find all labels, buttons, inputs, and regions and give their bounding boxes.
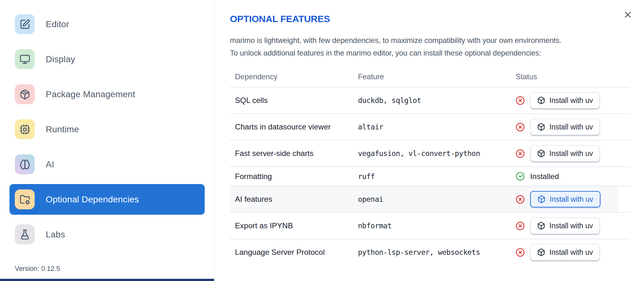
not-installed-icon	[516, 123, 525, 132]
table-row-export-ipynb: Export as IPYNB nbformat Install with uv	[230, 212, 630, 239]
box-icon	[537, 222, 545, 230]
install-with-uv-button[interactable]: Install with uv	[530, 218, 600, 234]
box-icon	[537, 149, 545, 158]
feature-packages: duckdb, sqlglot	[358, 96, 516, 105]
feature-packages: altair	[358, 123, 516, 131]
monitor-icon	[15, 49, 35, 69]
box-icon	[537, 123, 545, 131]
settings-nav: Editor Display Package Management Runtim…	[9, 9, 205, 254]
sidebar-item-runtime[interactable]: Runtime	[9, 114, 205, 145]
cpu-icon	[15, 119, 35, 139]
table-row-lsp: Language Server Protocol python-lsp-serv…	[230, 239, 630, 265]
box-icon	[537, 248, 545, 256]
panel-description: marimo is lightweight, with few dependen…	[230, 34, 630, 59]
table-row-charts-datasource: Charts in datasource viewer altair Insta…	[230, 113, 630, 140]
not-installed-icon	[516, 221, 525, 230]
sidebar-item-display[interactable]: Display	[9, 44, 205, 75]
install-with-uv-button[interactable]: Install with uv	[530, 119, 600, 135]
folder-cog-icon	[15, 189, 35, 209]
dependency-name: Export as IPYNB	[235, 221, 358, 230]
not-installed-icon	[516, 149, 525, 158]
sidebar-item-label: Runtime	[46, 124, 79, 135]
table-row-sql-cells: SQL cells duckdb, sqlglot Install with u…	[230, 87, 630, 113]
bottom-accent-strip	[0, 279, 214, 281]
page-title: OPTIONAL FEATURES	[230, 13, 630, 25]
feature-packages: ruff	[358, 172, 516, 181]
install-with-uv-button-focused[interactable]: Install with uv	[530, 191, 600, 207]
sidebar-item-label: Labs	[46, 230, 65, 240]
table-header-row: Dependency Feature Status	[230, 67, 630, 87]
dependency-name: SQL cells	[235, 96, 358, 105]
settings-dialog: Editor Display Package Management Runtim…	[0, 0, 644, 281]
sidebar-item-ai[interactable]: AI	[9, 149, 205, 180]
dependency-name: Fast server-side charts	[235, 149, 358, 158]
column-header-dependency: Dependency	[235, 72, 358, 81]
package-icon	[15, 84, 35, 104]
install-with-uv-button[interactable]: Install with uv	[530, 145, 600, 162]
sidebar-item-optional-dependencies[interactable]: Optional Dependencies	[9, 184, 205, 215]
sidebar-item-label: AI	[46, 159, 54, 170]
dependency-name: Language Server Protocol	[235, 248, 358, 257]
sidebar-item-label: Editor	[46, 19, 69, 29]
not-installed-icon	[516, 195, 525, 204]
not-installed-icon	[516, 96, 525, 105]
not-installed-icon	[516, 248, 525, 257]
dependency-name: AI features	[235, 195, 358, 204]
sidebar-item-label: Optional Dependencies	[46, 194, 139, 205]
column-header-status: Status	[516, 72, 630, 81]
install-with-uv-button[interactable]: Install with uv	[530, 244, 600, 260]
square-pen-icon	[15, 14, 35, 34]
sidebar-item-editor[interactable]: Editor	[9, 9, 205, 39]
table-row-formatting: Formatting ruff Installed	[230, 166, 630, 186]
installed-status-label: Installed	[530, 172, 559, 181]
description-line-2: To unlock additional features in the mar…	[230, 49, 541, 57]
feature-packages: vegafusion, vl-convert-python	[358, 149, 516, 158]
dependency-name: Formatting	[235, 172, 358, 181]
version-label: Version: 0.12.5	[15, 265, 60, 273]
feature-packages: python-lsp-server, websockets	[358, 248, 516, 256]
sidebar-item-label: Display	[46, 54, 75, 64]
installed-icon	[516, 172, 525, 181]
description-line-1: marimo is lightweight, with few dependen…	[230, 36, 561, 45]
feature-packages: openai	[358, 195, 516, 203]
optional-features-panel: OPTIONAL FEATURES marimo is lightweight,…	[214, 0, 644, 281]
install-with-uv-button[interactable]: Install with uv	[530, 92, 600, 109]
box-icon	[537, 96, 545, 105]
table-row-fast-charts: Fast server-side charts vegafusion, vl-c…	[230, 140, 630, 166]
sidebar-item-labs[interactable]: Labs	[9, 219, 205, 250]
brain-icon	[15, 154, 35, 174]
flask-icon	[15, 224, 35, 244]
feature-packages: nbformat	[358, 222, 516, 230]
column-header-feature: Feature	[358, 72, 516, 81]
dependency-name: Charts in datasource viewer	[235, 123, 358, 131]
dependencies-table: Dependency Feature Status SQL cells duck…	[230, 67, 630, 265]
sidebar-item-package-management[interactable]: Package Management	[9, 79, 205, 110]
panel-content: OPTIONAL FEATURES marimo is lightweight,…	[230, 13, 630, 265]
sidebar-item-label: Package Management	[46, 89, 135, 99]
box-icon	[537, 195, 546, 203]
table-row-ai-features: AI features openai Install with uv	[230, 186, 630, 212]
settings-sidebar: Editor Display Package Management Runtim…	[0, 0, 214, 281]
